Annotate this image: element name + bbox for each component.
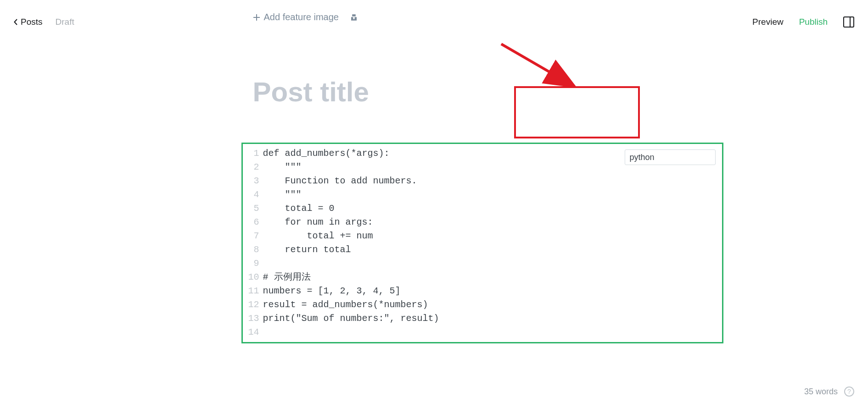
line-number: 2 <box>243 160 263 174</box>
line-number: 8 <box>243 243 263 257</box>
code-line[interactable]: 10# 示例用法 <box>243 271 722 284</box>
line-number: 6 <box>243 215 263 229</box>
code-text[interactable]: """ <box>263 160 302 174</box>
unsplash-icon[interactable] <box>350 13 358 22</box>
line-number: 11 <box>243 284 263 298</box>
line-number: 1 <box>243 147 263 160</box>
code-text[interactable]: # 示例用法 <box>263 271 311 284</box>
code-language-input[interactable] <box>625 149 716 165</box>
back-to-posts-link[interactable]: Posts <box>14 17 43 27</box>
feature-image-row: Add feature image <box>253 12 358 22</box>
status-label: Draft <box>56 17 74 27</box>
code-text[interactable]: for num in args: <box>263 215 373 229</box>
code-line[interactable]: 3 Function to add numbers. <box>243 174 722 188</box>
line-number: 4 <box>243 188 263 202</box>
code-text[interactable]: Function to add numbers. <box>263 174 417 188</box>
line-number: 13 <box>243 312 263 326</box>
line-number: 14 <box>243 326 263 339</box>
word-count: 35 words <box>804 387 838 397</box>
code-line[interactable]: 14 <box>243 326 722 339</box>
code-line[interactable]: 6 for num in args: <box>243 215 722 229</box>
code-line[interactable]: 13print("Sum of numbers:", result) <box>243 312 722 326</box>
line-number: 5 <box>243 202 263 215</box>
code-block-card[interactable]: 1def add_numbers(*args):2 """3 Function … <box>241 143 723 343</box>
topbar-right: Preview Publish <box>752 17 854 28</box>
code-text[interactable]: total = 0 <box>263 202 335 215</box>
preview-button[interactable]: Preview <box>752 17 784 27</box>
topbar-left: Posts Draft <box>14 17 74 27</box>
line-number: 7 <box>243 229 263 243</box>
chevron-left-icon <box>14 19 18 25</box>
code-lines-container[interactable]: 1def add_numbers(*args):2 """3 Function … <box>243 147 722 339</box>
code-text[interactable]: print("Sum of numbers:", result) <box>263 312 439 326</box>
code-text[interactable]: def add_numbers(*args): <box>263 147 390 160</box>
line-number: 10 <box>243 271 263 284</box>
code-line[interactable]: 12result = add_numbers(*numbers) <box>243 298 722 312</box>
topbar: Posts Draft Preview Publish <box>0 0 868 44</box>
code-text[interactable]: return total <box>263 243 351 257</box>
code-line[interactable]: 8 return total <box>243 243 722 257</box>
sidebar-toggle-icon[interactable] <box>843 17 854 28</box>
add-feature-image-button[interactable]: Add feature image <box>253 12 339 22</box>
code-line[interactable]: 7 total += num <box>243 229 722 243</box>
back-label: Posts <box>21 17 43 27</box>
code-line[interactable]: 5 total = 0 <box>243 202 722 215</box>
line-number: 12 <box>243 298 263 312</box>
code-text[interactable]: """ <box>263 188 302 202</box>
line-number: 3 <box>243 174 263 188</box>
plus-icon <box>253 14 260 21</box>
publish-button[interactable]: Publish <box>799 17 828 27</box>
code-text[interactable]: numbers = [1, 2, 3, 4, 5] <box>263 284 401 298</box>
code-line[interactable]: 4 """ <box>243 188 722 202</box>
add-feature-label: Add feature image <box>264 12 339 22</box>
help-icon[interactable]: ? <box>844 386 854 397</box>
post-title-input[interactable] <box>253 76 620 108</box>
footer: 35 words ? <box>804 386 854 397</box>
code-text[interactable]: total += num <box>263 229 373 243</box>
code-line[interactable]: 11numbers = [1, 2, 3, 4, 5] <box>243 284 722 298</box>
code-text[interactable]: result = add_numbers(*numbers) <box>263 298 428 312</box>
line-number: 9 <box>243 257 263 271</box>
code-line[interactable]: 9 <box>243 257 722 271</box>
